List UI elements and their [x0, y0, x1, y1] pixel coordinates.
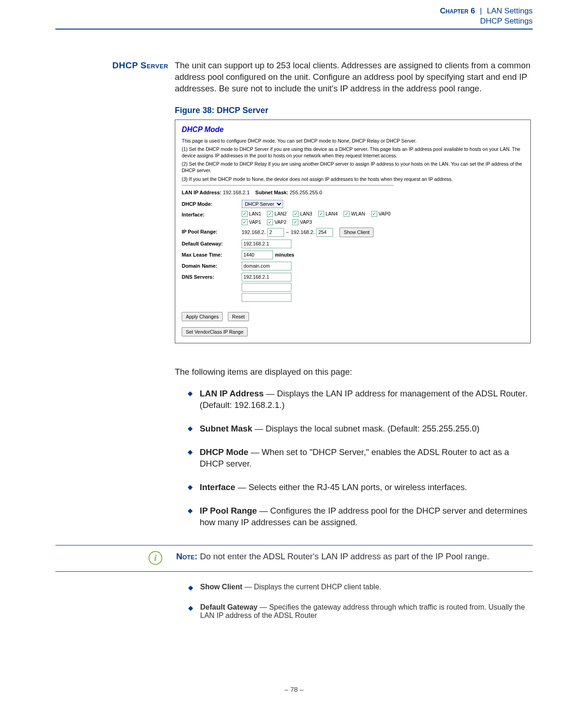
note-body: Do not enter the ADSL Router's LAN IP ad… — [197, 551, 489, 561]
check-icon: ✓ — [242, 211, 248, 217]
figure-divider — [182, 185, 394, 186]
chapter-label: Chapter 6 — [440, 6, 475, 15]
show-client-button[interactable]: Show Client — [339, 228, 374, 237]
checkbox-vap1[interactable]: ✓VAP1 — [242, 219, 261, 225]
bullet-lead: IP Pool Range — [200, 506, 257, 515]
dns-server-1-input[interactable] — [242, 273, 291, 282]
bullet-rest: — Displays the current DHCP client table… — [243, 583, 381, 591]
header-subsection: DHCP Settings — [55, 17, 533, 26]
ip-pool-end-input[interactable] — [316, 228, 333, 237]
content-column: The unit can support up to 253 local cli… — [175, 60, 533, 540]
header-section: LAN Settings — [487, 6, 533, 15]
figure-desc-2: (2) Set the DHCP mode to DHCP Relay if y… — [182, 161, 524, 174]
bullet-lead: Show Client — [200, 583, 243, 591]
check-icon: ✓ — [242, 219, 248, 225]
interface-label: Interface: — [182, 210, 242, 218]
max-lease-label: Max Lease Time: — [182, 251, 242, 258]
checkbox-vap0[interactable]: ✓VAP0 — [371, 210, 391, 217]
header-separator: | — [480, 6, 482, 15]
checkbox-lan1[interactable]: ✓LAN1 — [242, 210, 261, 217]
checkbox-vap2[interactable]: ✓VAP2 — [267, 219, 286, 225]
checkbox-wlan[interactable]: ✓WLAN — [344, 210, 365, 217]
after-figure-lead: The following items are displayed on thi… — [175, 366, 533, 378]
list-item: Default Gateway — Specifies the gateway … — [188, 603, 533, 620]
dns-servers-label: DNS Servers: — [182, 273, 242, 281]
max-lease-input[interactable] — [242, 251, 273, 259]
default-gateway-input[interactable] — [242, 240, 291, 248]
checkbox-lan2[interactable]: ✓LAN2 — [267, 210, 286, 217]
ip-pool-range-label: IP Pool Range: — [182, 228, 242, 235]
bullet-rest: — Selects either the RJ-45 LAN ports, or… — [235, 482, 467, 492]
note-rule-top — [55, 545, 533, 545]
checkbox-vap3[interactable]: ✓VAP3 — [292, 219, 312, 225]
figure-desc-1: (1) Set the DHCP mode to DHCP Server if … — [182, 146, 524, 159]
ip-pool-prefix-2: 192.168.2. — [291, 229, 315, 236]
note-rule-bottom — [55, 571, 533, 572]
check-icon: ✓ — [267, 219, 273, 225]
bullet-lead: Default Gateway — [200, 603, 257, 611]
bullet-lead: Subnet Mask — [200, 424, 252, 433]
check-icon: ✓ — [371, 211, 377, 217]
bullet-lead: LAN IP Address — [200, 389, 264, 398]
dhcp-mode-label: DHCP Mode: — [182, 200, 242, 208]
list-item: Interface — Selects either the RJ-45 LAN… — [188, 482, 533, 493]
default-gateway-label: Default Gateway: — [182, 240, 242, 247]
lan-ip-value: 192.168.2.1 — [223, 190, 249, 195]
checkbox-lan4[interactable]: ✓LAN4 — [318, 210, 338, 217]
bullet-rest: — Displays the local subnet mask. (Defau… — [252, 424, 480, 433]
check-icon: ✓ — [292, 219, 298, 225]
interface-checkboxes: ✓LAN1 ✓LAN2 ✓LAN3 ✓LAN4 ✓WLAN ✓VAP0 ✓VAP… — [242, 210, 395, 226]
reset-button[interactable]: Reset — [228, 312, 249, 321]
check-icon: ✓ — [318, 211, 324, 217]
figure-desc-3: (3) If you set the DHCP mode to None, th… — [182, 176, 524, 182]
dns-server-3-input[interactable] — [242, 293, 291, 302]
check-icon: ✓ — [293, 211, 299, 217]
list-item: Show Client — Displays the current DHCP … — [188, 583, 533, 591]
lan-ip-label: LAN IP Address: — [182, 190, 221, 195]
domain-name-input[interactable] — [242, 262, 291, 270]
ip-pool-dash: − — [286, 229, 289, 236]
list-item: IP Pool Range — Configures the IP addres… — [188, 505, 533, 528]
note-lead: Note: — [176, 551, 197, 561]
apply-changes-button[interactable]: Apply Changes — [182, 312, 223, 321]
info-icon: i — [148, 551, 162, 565]
check-icon: ✓ — [267, 211, 273, 217]
list-item: Subnet Mask — Displays the local subnet … — [188, 423, 533, 435]
bullet-list-2: Show Client — Displays the current DHCP … — [188, 583, 533, 620]
domain-name-label: Domain Name: — [182, 262, 242, 270]
list-item: LAN IP Address — Displays the LAN IP add… — [188, 388, 533, 411]
figure-desc-intro: This page is used to configure DHCP mode… — [182, 138, 524, 144]
side-heading: DHCP Server — [55, 60, 175, 540]
ip-pool-prefix-1: 192.168.2. — [242, 229, 266, 236]
intro-paragraph: The unit can support up to 253 local cli… — [175, 60, 533, 95]
bullet-list-1: LAN IP Address — Displays the LAN IP add… — [188, 388, 533, 528]
set-vendorclass-button[interactable]: Set VendorClass IP Range — [182, 327, 248, 336]
page-header: Chapter 6 | LAN Settings DHCP Settings — [55, 0, 533, 30]
figure-dhcp-mode: DHCP Mode This page is used to configure… — [175, 120, 531, 343]
bullet-lead: DHCP Mode — [200, 447, 249, 457]
note-text: Note: Do not enter the ADSL Router's LAN… — [176, 551, 533, 563]
list-item: DHCP Mode — When set to "DHCP Server," e… — [188, 447, 533, 470]
subnet-mask-label: Subnet Mask: — [255, 190, 289, 195]
check-icon: ✓ — [344, 211, 350, 217]
checkbox-lan3[interactable]: ✓LAN3 — [293, 210, 312, 217]
page-number: – 78 – — [0, 685, 588, 693]
lan-info-line: LAN IP Address: 192.168.2.1 Subnet Mask:… — [182, 189, 524, 196]
note-callout: i Note: Do not enter the ADSL Router's L… — [175, 545, 533, 572]
figure-title: DHCP Mode — [182, 125, 524, 135]
dhcp-mode-select[interactable]: DHCP Server — [242, 200, 283, 208]
header-breadcrumb: Chapter 6 | LAN Settings — [55, 6, 533, 16]
bullet-lead: Interface — [200, 482, 235, 492]
max-lease-unit: minutes — [275, 252, 294, 258]
subnet-mask-value: 255.255.255.0 — [290, 190, 322, 195]
figure-caption: Figure 38: DHCP Server — [175, 105, 533, 116]
dns-server-2-input[interactable] — [242, 283, 291, 292]
ip-pool-start-input[interactable] — [267, 228, 284, 237]
